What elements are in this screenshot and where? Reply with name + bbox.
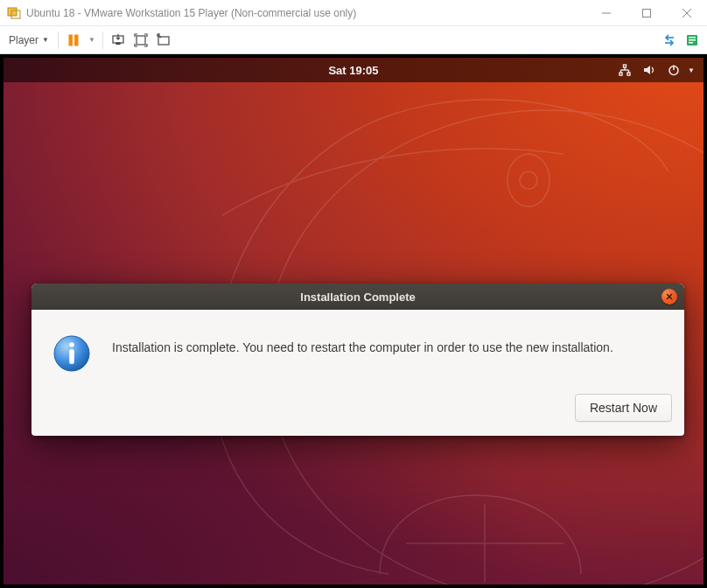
dialog-message: Installation is complete. You need to re… bbox=[112, 331, 613, 355]
system-menu-chevron-icon[interactable]: ▼ bbox=[688, 66, 695, 74]
svg-point-21 bbox=[508, 154, 550, 206]
svg-marker-32 bbox=[644, 66, 650, 74]
svg-rect-39 bbox=[69, 349, 74, 364]
installation-complete-dialog: Installation Complete bbox=[32, 284, 684, 436]
power-dropdown[interactable]: ▼ bbox=[88, 36, 95, 44]
ubuntu-top-bar: Sat 19:05 ▼ bbox=[4, 58, 704, 82]
vmware-host-toolbar: Player ▼ ▼ bbox=[0, 26, 707, 54]
svg-rect-7 bbox=[74, 35, 78, 46]
guest-display-area: Sat 19:05 ▼ Installation Complete bbox=[0, 54, 707, 588]
chevron-down-icon: ▼ bbox=[42, 36, 49, 44]
network-icon[interactable] bbox=[618, 63, 632, 77]
svg-rect-11 bbox=[136, 36, 145, 45]
ubuntu-clock[interactable]: Sat 19:05 bbox=[328, 64, 378, 77]
player-menu-label: Player bbox=[9, 34, 38, 46]
svg-rect-6 bbox=[69, 35, 73, 46]
svg-rect-26 bbox=[620, 73, 622, 75]
fullscreen-button[interactable] bbox=[133, 32, 149, 48]
minimize-button[interactable] bbox=[586, 0, 626, 26]
svg-rect-18 bbox=[689, 39, 696, 41]
svg-rect-17 bbox=[689, 37, 696, 38]
svg-rect-12 bbox=[158, 37, 169, 45]
pause-vm-button[interactable] bbox=[66, 32, 81, 48]
unity-mode-button[interactable] bbox=[156, 32, 172, 48]
dialog-titlebar: Installation Complete bbox=[32, 284, 684, 310]
vmware-host-titlebar: Ubuntu 18 - VMware Workstation 15 Player… bbox=[0, 0, 707, 26]
svg-rect-3 bbox=[643, 9, 651, 17]
toolbar-separator bbox=[102, 32, 103, 49]
close-button[interactable] bbox=[667, 0, 707, 26]
manage-button[interactable] bbox=[684, 32, 700, 48]
dialog-close-button[interactable] bbox=[662, 289, 677, 304]
toolbar-separator bbox=[58, 32, 59, 49]
dialog-title: Installation Complete bbox=[300, 290, 415, 304]
svg-rect-27 bbox=[627, 73, 630, 75]
svg-point-38 bbox=[69, 342, 74, 347]
restart-now-button[interactable]: Restart Now bbox=[575, 394, 672, 422]
ubuntu-desktop-background: Sat 19:05 ▼ Installation Complete bbox=[4, 58, 704, 584]
svg-rect-25 bbox=[624, 65, 626, 67]
svg-rect-9 bbox=[116, 43, 120, 45]
maximize-button[interactable] bbox=[626, 0, 667, 26]
vmware-app-icon bbox=[7, 6, 21, 20]
svg-point-22 bbox=[520, 172, 537, 189]
player-menu-button[interactable]: Player ▼ bbox=[7, 32, 51, 48]
vmware-window-title: Ubuntu 18 - VMware Workstation 15 Player… bbox=[26, 7, 586, 19]
info-icon bbox=[52, 334, 91, 373]
svg-rect-0 bbox=[8, 8, 17, 16]
svg-rect-19 bbox=[689, 42, 693, 44]
volume-icon[interactable] bbox=[642, 63, 656, 77]
cycle-multiple-monitors-button[interactable] bbox=[662, 32, 677, 48]
power-icon[interactable] bbox=[667, 63, 681, 77]
send-ctrl-alt-del-button[interactable] bbox=[110, 32, 126, 48]
